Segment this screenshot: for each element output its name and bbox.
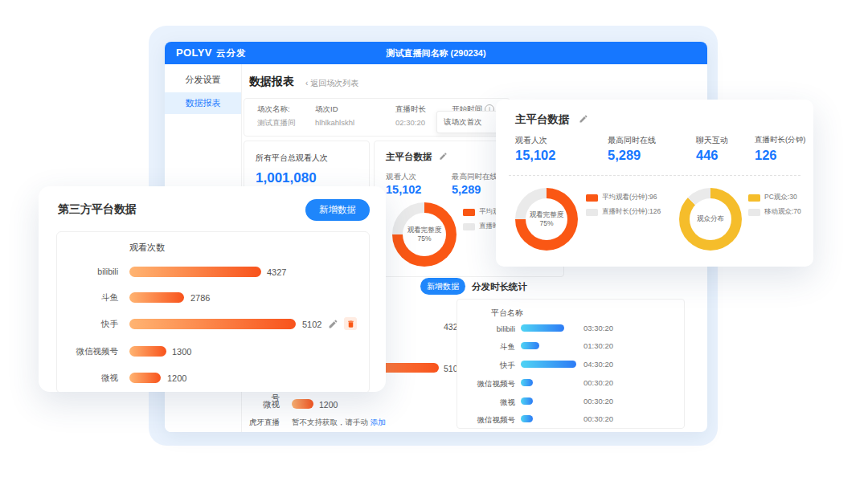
edit-icon[interactable] xyxy=(328,319,338,329)
bar xyxy=(129,346,296,357)
bar-value: 1300 xyxy=(172,347,191,357)
divider xyxy=(509,175,800,176)
legend-label: 移动观众:70 xyxy=(764,207,801,217)
donut-center-label: 观众分布 xyxy=(690,198,731,240)
back-to-session-list-link[interactable]: ‹ 返回场次列表 xyxy=(305,78,358,89)
third-party-data-card: 第三方平台数据 新增数据 观看次数 bilibili 4327 斗鱼 2786 … xyxy=(39,186,386,392)
session-id-value: hlhlkahlskhl xyxy=(315,118,354,127)
stat-label: 直播时长(分钟) xyxy=(755,135,805,145)
legend-swatch xyxy=(463,209,475,216)
time-value: 01:30:20 xyxy=(583,341,613,350)
bar xyxy=(292,399,439,409)
window-title: 测试直播间名称 (290234) xyxy=(165,47,707,59)
live-duration-label: 直播时长 xyxy=(395,104,426,115)
session-name-label: 场次名称: xyxy=(257,104,290,115)
donut-center-label: 观看完整度75% xyxy=(403,213,446,256)
main-platform-data-card: 主平台数据 观看人次 15,102 最高同时在线 5,289 聊天互动 446 … xyxy=(496,100,813,267)
bar-value: 4327 xyxy=(267,267,286,277)
bar-value: 5102 xyxy=(302,320,321,329)
bar-label: 快手 xyxy=(457,361,515,371)
bar-label: 微信视频号 xyxy=(457,379,515,389)
bar xyxy=(521,397,576,405)
sidebar-item-distribution-settings[interactable]: 分发设置 xyxy=(165,69,241,91)
edit-icon[interactable] xyxy=(439,152,448,161)
add-data-button[interactable]: 新增数据 xyxy=(305,199,370,221)
bar-label: 斗鱼 xyxy=(57,292,118,304)
total-views-label: 所有平台总观看人次 xyxy=(256,153,328,164)
sidebar-item-data-report[interactable]: 数据报表 xyxy=(165,92,241,114)
legend-swatch xyxy=(748,194,760,202)
stat-label: 最高同时在线 xyxy=(608,135,656,146)
legend-item: 直播时长(分钟):126 xyxy=(586,207,661,217)
bar-value: 1200 xyxy=(167,373,186,383)
bar-value: 1200 xyxy=(319,400,338,410)
legend-label: PC观众:30 xyxy=(764,193,797,202)
stat-value: 126 xyxy=(755,148,777,163)
bar xyxy=(521,361,576,368)
completion-donut-chart: 观看完整度75% xyxy=(392,202,457,267)
inline-main-title: 主平台数据 xyxy=(386,151,432,163)
time-value: 00:30:20 xyxy=(583,397,613,406)
notice-text: 暂不支持获取，请手动 xyxy=(292,418,368,426)
add-manually-link[interactable]: 添加 xyxy=(371,418,386,426)
bar-label: bilibili xyxy=(457,324,515,333)
stat-value: 5,289 xyxy=(608,148,641,163)
legend-label: 直播时长(分钟):126 xyxy=(602,207,661,217)
bar xyxy=(521,342,576,349)
card-title: 主平台数据 xyxy=(515,112,570,127)
time-value: 00:30:20 xyxy=(583,414,613,423)
bar-label: 快手 xyxy=(57,319,118,330)
bar xyxy=(521,324,576,332)
stat-value: 15,102 xyxy=(515,148,555,163)
bar xyxy=(521,379,576,386)
chevron-left-icon: ‹ xyxy=(305,79,308,88)
legend-item: PC观众:30 xyxy=(748,193,797,202)
bar xyxy=(129,319,296,329)
inline-stat-label: 观看人次 xyxy=(386,172,416,182)
start-time-tooltip: 该场次首次 xyxy=(436,111,504,133)
donut-center-label: 观看完整度75% xyxy=(526,198,567,240)
add-data-button[interactable]: 新增数据 xyxy=(420,278,465,295)
platform-name-header: 平台名称 xyxy=(491,308,523,319)
unsupported-notice: 暂不支持获取，请手动 添加 xyxy=(292,418,386,428)
session-name-value: 测试直播间 xyxy=(257,118,296,128)
stat-label: 聊天互动 xyxy=(696,135,728,146)
legend-item: 平均观看(分钟):96 xyxy=(586,193,657,202)
chart-title: 观看次数 xyxy=(129,242,165,254)
duration-section-title: 分发时长统计 xyxy=(472,281,527,293)
bar xyxy=(129,292,296,303)
bar-label: 微视 xyxy=(241,399,280,410)
legend-swatch xyxy=(463,223,475,230)
completion-donut-chart: 观看完整度75% xyxy=(515,188,578,251)
back-link-label: 返回场次列表 xyxy=(310,79,358,88)
inline-stat-value: 15,102 xyxy=(386,183,421,196)
bar-label: 微视 xyxy=(457,397,515,408)
stat-label: 观看人次 xyxy=(515,135,547,146)
unsupported-platform-label: 虎牙直播 xyxy=(241,418,280,428)
bar-value: 2786 xyxy=(190,293,210,303)
live-duration-value: 02:30:20 xyxy=(395,118,425,127)
bar-label: 微视 xyxy=(57,373,118,384)
legend-swatch xyxy=(586,194,598,202)
legend-swatch xyxy=(748,209,760,216)
edit-icon[interactable] xyxy=(579,114,588,124)
duration-stats-panel: 平台名称 bilibili 03:30:20 斗鱼 01:30:20 快手 04… xyxy=(457,299,685,429)
app-header: POLYV云分发 测试直播间名称 (290234) xyxy=(165,42,707,64)
inline-stat-label: 最高同时在线 xyxy=(452,172,497,182)
page-title: 数据报表 xyxy=(249,75,294,89)
bar-label: 斗鱼 xyxy=(457,342,515,353)
legend-label: 平均观看(分钟):96 xyxy=(602,193,657,202)
bar-label: 微信视频号 xyxy=(57,346,118,357)
audience-donut-chart: 观众分布 xyxy=(679,188,742,251)
stat-value: 446 xyxy=(696,148,719,163)
delete-icon[interactable] xyxy=(344,317,357,330)
bar xyxy=(129,373,296,383)
bar xyxy=(521,415,576,422)
session-id-label: 场次ID xyxy=(315,104,338,115)
time-value: 00:30:20 xyxy=(583,378,613,387)
bar-label: bilibili xyxy=(57,267,118,276)
total-views-value: 1,001,080 xyxy=(256,170,317,186)
legend-item: 移动观众:70 xyxy=(748,207,801,217)
card-title: 第三方平台数据 xyxy=(58,202,137,217)
legend-swatch xyxy=(586,209,598,216)
